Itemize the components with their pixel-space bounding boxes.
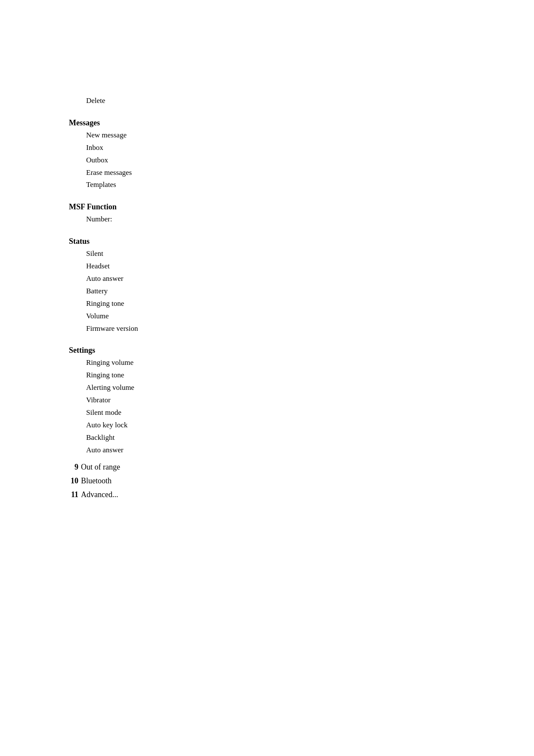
item-alerting-volume: Alerting volume xyxy=(69,382,138,394)
main-content: Delete Messages New message Inbox Outbox… xyxy=(69,95,138,502)
section-msf-function: MSF Function xyxy=(69,202,138,212)
section-settings: Settings xyxy=(69,346,138,355)
item-silent-mode: Silent mode xyxy=(69,407,138,419)
item-backlight: Backlight xyxy=(69,432,138,444)
item-outbox: Outbox xyxy=(69,154,138,167)
item-ringing-tone-status: Ringing tone xyxy=(69,298,138,310)
item-new-message: New message xyxy=(69,129,138,142)
section-messages: Messages xyxy=(69,118,138,128)
item-vibrator: Vibrator xyxy=(69,394,138,407)
item-number: Number: xyxy=(69,213,138,226)
item-headset: Headset xyxy=(69,260,138,273)
item-out-of-range: 9 Out of range xyxy=(69,460,138,474)
item-silent: Silent xyxy=(69,248,138,260)
item-inbox: Inbox xyxy=(69,142,138,154)
item-auto-answer-status: Auto answer xyxy=(69,273,138,285)
item-volume: Volume xyxy=(69,310,138,323)
item-firmware-version: Firmware version xyxy=(69,323,138,335)
item-advanced: 11 Advanced... xyxy=(69,488,138,501)
item-battery: Battery xyxy=(69,285,138,298)
item-auto-answer-settings: Auto answer xyxy=(69,444,138,457)
item-erase-messages: Erase messages xyxy=(69,167,138,179)
delete-item: Delete xyxy=(69,95,138,107)
section-status: Status xyxy=(69,237,138,246)
item-auto-key-lock: Auto key lock xyxy=(69,419,138,432)
item-ringing-tone-settings: Ringing tone xyxy=(69,369,138,382)
item-ringing-volume: Ringing volume xyxy=(69,357,138,369)
item-templates: Templates xyxy=(69,179,138,191)
item-bluetooth: 10 Bluetooth xyxy=(69,474,138,488)
